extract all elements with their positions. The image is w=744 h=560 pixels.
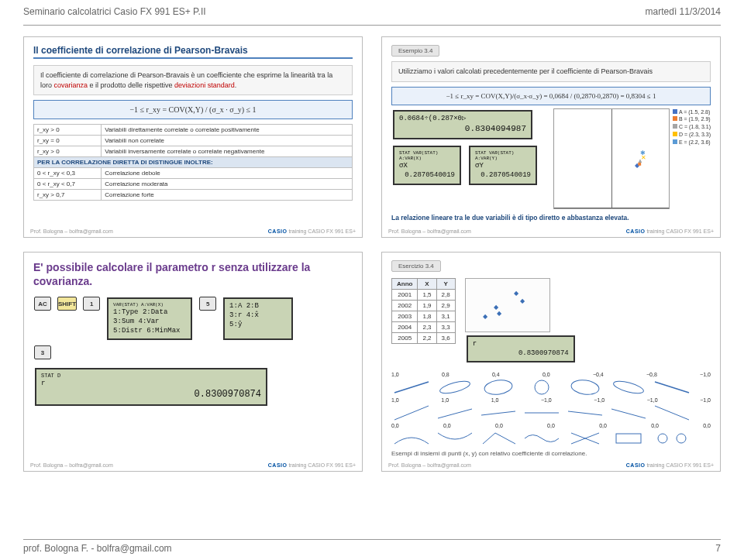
slide-esempio-3-4: Esempio 3.4 Utilizziamo i valori calcola…	[381, 36, 721, 238]
svg-point-4	[570, 379, 600, 396]
definition-box: Il coefficiente di correlazione di Pears…	[33, 65, 353, 95]
key-sequence-2: 3	[33, 345, 353, 360]
svg-point-5	[612, 379, 645, 396]
svg-line-9	[481, 411, 515, 415]
mini-scatter: ◆ ◆ ◆ ◆ ◆	[465, 278, 550, 332]
plot-icon	[608, 379, 649, 396]
svg-line-12	[611, 409, 646, 418]
svg-line-0	[394, 382, 429, 393]
plot-icon	[652, 379, 692, 396]
scatter-legend: A = (1.5, 2.8) B = (1.9, 2.9) C = (1.8, …	[670, 108, 711, 209]
svg-point-1	[439, 379, 471, 396]
esercizio-tag: Esercizio 3.4	[391, 260, 441, 272]
casio-logo: CASIO	[626, 228, 646, 234]
key-sequence-1: AC SHIFT 1 VAR(STAT) A:VAR(X) 1:Type 2:D…	[33, 296, 353, 342]
svg-line-7	[394, 406, 429, 420]
key-ac[interactable]: AC	[34, 297, 51, 311]
svg-line-6	[655, 382, 689, 393]
slide-title: Il coefficiente di correlazione di Pears…	[33, 45, 353, 59]
svg-point-17	[658, 434, 667, 443]
plot-icon	[391, 379, 432, 396]
data-table: Anno X Y 20011,52,8 20021,92,9 20031,83,…	[391, 278, 456, 344]
key-5[interactable]: 5	[199, 297, 216, 311]
svg-line-11	[568, 411, 602, 415]
casio-logo: CASIO	[626, 462, 646, 468]
key-3[interactable]: 3	[34, 345, 51, 359]
page-header: Seminario calcolatrici Casio FX 991 ES+ …	[23, 6, 721, 17]
rule	[23, 25, 721, 26]
calc-result-r: STAT D r 0.8300970874	[35, 368, 267, 405]
plot-icon	[608, 404, 649, 421]
page-footer: prof. Bologna F. - bolfra@gmail.com 7	[23, 539, 721, 554]
footer-author: prof. Bologna F. - bolfra@gmail.com	[23, 543, 172, 554]
slide-calc-r: E' possibile calcolare il parametro r se…	[23, 252, 363, 472]
plot-icon	[565, 379, 605, 396]
plot-icon	[522, 430, 562, 447]
plot-icon	[435, 430, 475, 447]
calc-screen-sx: STAT VAR(STAT) A:VAR(X) σX 0.2870540019	[393, 146, 461, 185]
key-1[interactable]: 1	[83, 297, 100, 311]
plot-icon	[652, 404, 692, 421]
slide-footer: Prof. Bologna – bolfra@gmail.com CASIO t…	[388, 462, 714, 468]
plot-icon	[608, 430, 649, 447]
calc-menu-2: 1:A 2:B 3:r 4:x̂ 5:ŷ	[223, 297, 293, 340]
casio-logo: CASIO	[268, 228, 288, 234]
calc-menu-1: VAR(STAT) A:VAR(X) 1:Type 2:Data 3:Sum 4…	[107, 297, 192, 340]
svg-point-3	[535, 380, 549, 394]
plot-icon	[391, 404, 432, 421]
calc-r-ex: r 0.8300970874	[467, 335, 575, 362]
casio-logo: CASIO	[268, 462, 288, 468]
key-shift[interactable]: SHIFT	[57, 297, 77, 311]
header-left: Seminario calcolatrici Casio FX 991 ES+ …	[23, 6, 206, 17]
plot-icon	[435, 404, 475, 421]
svg-point-2	[484, 379, 513, 396]
slide-title: E' possibile calcolare il parametro r se…	[33, 260, 353, 290]
plot-icon	[565, 430, 605, 447]
calc-screen-division: 0.0684÷(0.287×0▷ 0.8304094987	[393, 110, 532, 139]
plot-icon	[522, 404, 562, 421]
plot-icon	[391, 430, 432, 447]
svg-line-13	[655, 406, 689, 420]
formula-main: −1 ≤ r_xy = COV(X,Y) / (σ_x · σ_y) ≤ 1	[33, 100, 353, 119]
esempio-tag: Esempio 3.4	[391, 45, 439, 57]
slide-pearson-definition: Il coefficiente di correlazione di Pears…	[23, 36, 363, 238]
header-right: martedì 11/3/2014	[646, 6, 721, 17]
plot-icon	[565, 404, 605, 421]
calc-screen-sy: STAT VAR(STAT) A:VAR(Y) σY 0.2870540019	[469, 146, 537, 185]
conclusion: La relazione lineare tra le due variabil…	[391, 214, 711, 222]
plot-icon	[652, 430, 692, 447]
slide-footer: Prof. Bologna – bolfra@gmail.com CASIO t…	[30, 462, 356, 468]
plot-icon	[478, 379, 518, 396]
svg-line-8	[438, 409, 472, 418]
formula-esempio: −1 ≤ r_xy = COV(X,Y)/(σ_x·σ_y) = 0,0684 …	[391, 87, 711, 105]
plot-icon	[522, 379, 562, 396]
slide-esercizio-3-4: Esercizio 3.4 Anno X Y 20011,52,8 20021,…	[381, 252, 721, 472]
plot-icon	[435, 379, 475, 396]
svg-rect-16	[616, 434, 641, 443]
scatter-chart: ◆ ■ ▲ ✕ ✱	[553, 108, 670, 209]
interpretation-table: r_xy > 0Variabili direttamente correlate…	[33, 124, 353, 201]
plot-icon	[478, 404, 518, 421]
examples-caption: Esempi di insiemi di punti (x, y) con re…	[391, 450, 711, 457]
esempio-intro: Utilizziamo i valori calcolati precedent…	[391, 61, 711, 82]
slides-grid: Il coefficiente di correlazione di Pears…	[23, 36, 721, 472]
svg-point-18	[677, 434, 686, 443]
slide-footer: Prof. Bologna – bolfra@gmail.com CASIO t…	[30, 228, 356, 234]
footer-pagenum: 7	[715, 543, 721, 554]
correlation-examples: 1,00,80,40,0−0,4−0,8−1,0 1,01,01,0−1,0−1…	[391, 372, 711, 447]
plot-icon	[478, 430, 518, 447]
slide-footer: Prof. Bologna – bolfra@gmail.com CASIO t…	[388, 228, 714, 234]
